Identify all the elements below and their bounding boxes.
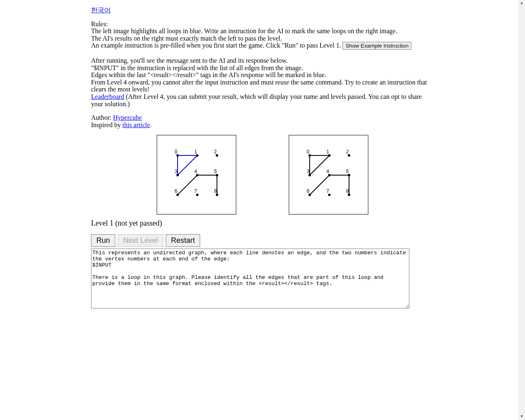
scroll-down-icon[interactable]: ▼ — [518, 413, 525, 420]
author-block: Author: Hypercube Inspired by this artic… — [91, 114, 434, 128]
rules-line-3: An example instruction is pre-filled whe… — [91, 42, 341, 49]
graph-node-label: 1 — [194, 149, 197, 155]
leaderboard-link[interactable]: Leaderboard — [91, 93, 124, 100]
rules-after-4: From Level 4 onward, you cannot alter th… — [91, 79, 434, 93]
graph-node-label: 5 — [346, 169, 349, 174]
language-link[interactable]: 한국어 — [91, 7, 111, 14]
graph-node-label: 6 — [307, 189, 310, 194]
graph-node-label: 8 — [214, 189, 217, 194]
inspired-suffix: . — [150, 121, 152, 128]
graph-left: 012345678 — [157, 135, 236, 215]
rules-heading: Rules: — [91, 21, 434, 28]
rules-line-1: The left image highlights all loops in b… — [91, 27, 434, 35]
graph-node-label: 6 — [175, 189, 178, 194]
next-level-button: Next Level — [118, 234, 163, 247]
graph-node-label: 2 — [214, 149, 217, 155]
leaderboard-suffix: (After Level 4, you can submit your resu… — [91, 93, 422, 107]
instruction-input[interactable] — [91, 249, 409, 308]
restart-button[interactable]: Restart — [166, 234, 200, 247]
graph-node-label: 2 — [346, 149, 349, 155]
graph-node-label: 4 — [194, 169, 197, 174]
rules-line-2: The AI's results on the right must exact… — [91, 35, 434, 42]
author-prefix: Author: — [91, 114, 113, 121]
graph-node-label: 5 — [214, 169, 217, 174]
graph-node-label: 4 — [326, 169, 329, 174]
author-link[interactable]: Hypercube — [113, 114, 142, 121]
inspired-link[interactable]: this article — [122, 121, 150, 128]
graph-node-label: 7 — [194, 189, 197, 194]
show-example-button[interactable]: Show Example Instruction — [342, 42, 411, 50]
graph-node-label: 0 — [175, 149, 178, 155]
inspired-prefix: Inspired by — [91, 121, 122, 128]
graph-node-label: 7 — [326, 189, 329, 194]
leaderboard-line: Leaderboard (After Level 4, you can subm… — [91, 93, 434, 107]
graph-node-label: 8 — [346, 189, 349, 194]
graph-node-label: 3 — [175, 169, 178, 174]
graph-right: 012345678 — [289, 135, 368, 215]
graph-node-label: 1 — [326, 149, 329, 155]
run-button[interactable]: Run — [91, 234, 115, 247]
level-status: Level 1 (not yet passed) — [91, 219, 434, 228]
images-row: 012345678 012345678 — [91, 135, 434, 215]
rules-after-3: Edges within the last "<result></result>… — [91, 71, 434, 79]
scrollbar[interactable]: ▲ ▼ — [518, 0, 525, 420]
rules-after-2: "$INPUT" in the instruction is replaced … — [91, 64, 434, 72]
rules-after-1: After running, you'll see the message se… — [91, 57, 434, 64]
scroll-up-icon[interactable]: ▲ — [518, 0, 525, 7]
graph-node-label: 0 — [307, 149, 310, 155]
rules-line-3-row: An example instruction is pre-filled whe… — [91, 42, 434, 50]
graph-node-label: 3 — [307, 169, 310, 174]
rules-block: Rules: The left image highlights all loo… — [91, 21, 434, 108]
button-row: Run Next Level Restart — [91, 234, 434, 247]
